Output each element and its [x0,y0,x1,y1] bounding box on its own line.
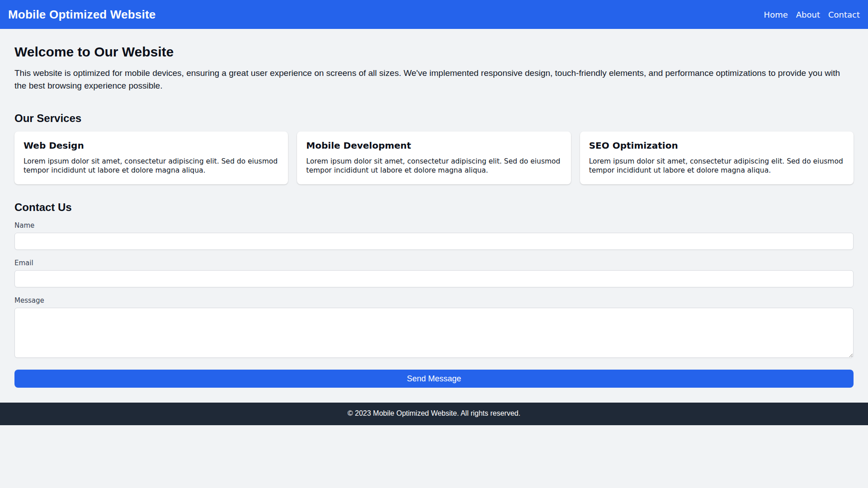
message-textarea[interactable] [14,308,854,358]
name-input[interactable] [14,233,854,250]
contact-heading: Contact Us [14,201,854,214]
email-input[interactable] [14,270,854,287]
name-field-group: Name [14,221,854,250]
services-heading: Our Services [14,112,854,125]
service-card-title: Mobile Development [306,140,561,151]
email-field-group: Email [14,259,854,287]
contact-form: Name Email Message Send Message [14,221,854,388]
send-message-button[interactable]: Send Message [14,370,854,388]
main-content: Welcome to Our Website This website is o… [0,29,868,388]
service-card-text: Lorem ipsum dolor sit amet, consectetur … [306,157,561,175]
message-label: Message [14,296,854,305]
welcome-text: This website is optimized for mobile dev… [14,67,854,92]
nav-link-contact[interactable]: Contact [828,10,860,19]
nav-link-home[interactable]: Home [764,10,788,19]
welcome-heading: Welcome to Our Website [14,44,854,60]
nav-link-about[interactable]: About [796,10,820,19]
service-card-mobile-development: Mobile Development Lorem ipsum dolor sit… [297,131,571,184]
email-label: Email [14,259,854,267]
footer-text: © 2023 Mobile Optimized Website. All rig… [0,409,868,418]
service-card-title: Web Design [24,140,279,151]
service-card-text: Lorem ipsum dolor sit amet, consectetur … [24,157,279,175]
name-label: Name [14,221,854,230]
site-title: Mobile Optimized Website [8,8,156,22]
service-card-title: SEO Optimization [589,140,844,151]
service-card-text: Lorem ipsum dolor sit amet, consectetur … [589,157,844,175]
message-field-group: Message [14,296,854,358]
app-header: Mobile Optimized Website Home About Cont… [0,0,868,29]
footer: © 2023 Mobile Optimized Website. All rig… [0,403,868,425]
service-card-web-design: Web Design Lorem ipsum dolor sit amet, c… [14,131,288,184]
service-card-seo-optimization: SEO Optimization Lorem ipsum dolor sit a… [580,131,854,184]
main-nav: Home About Contact [764,10,860,19]
service-cards: Web Design Lorem ipsum dolor sit amet, c… [14,131,854,184]
